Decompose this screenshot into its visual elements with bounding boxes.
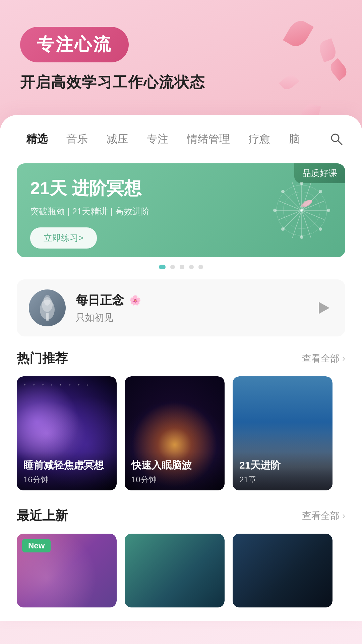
- banner-dot-3[interactable]: [180, 265, 184, 269]
- tab-music[interactable]: 音乐: [57, 128, 97, 150]
- daily-subtitle: 只如初见: [76, 311, 303, 324]
- svg-line-16: [279, 210, 302, 220]
- play-icon: [319, 302, 329, 314]
- play-button[interactable]: [313, 298, 333, 318]
- hero-subtitle: 开启高效学习工作心流状态: [20, 72, 342, 92]
- hot-card-1-name: 睡前减轻焦虑冥想: [23, 459, 110, 472]
- daily-avatar: [29, 289, 66, 326]
- hot-card-2[interactable]: 快速入眠脑波 10分钟: [125, 376, 225, 490]
- svg-point-25: [300, 235, 303, 239]
- svg-line-17: [279, 201, 302, 210]
- banner-cta-button[interactable]: 立即练习>: [30, 227, 97, 249]
- hot-card-3-image: 21天进阶 21章: [233, 376, 333, 490]
- hot-card-1-label: 睡前减轻焦虑冥想 16分钟: [17, 452, 117, 490]
- recent-card-2[interactable]: [125, 534, 225, 607]
- svg-line-18: [292, 182, 302, 210]
- hero-section: 专注心流 开启高效学习工作心流状态: [0, 0, 362, 105]
- banner-decoration: [268, 177, 335, 244]
- svg-point-26: [281, 227, 285, 231]
- svg-point-0: [331, 134, 339, 142]
- hot-card-3-label: 21天进阶 21章: [233, 452, 333, 490]
- hot-cards-scroll: 睡前减轻焦虑冥想 16分钟 快速入眠脑波 10分钟 21天进: [0, 376, 362, 490]
- hot-section-header: 热门推荐 查看全部 ›: [0, 350, 362, 367]
- search-icon: [329, 132, 344, 147]
- tab-emotion[interactable]: 情绪管理: [178, 128, 239, 150]
- recent-card-3[interactable]: [233, 534, 333, 607]
- hot-card-3-duration: 21章: [239, 474, 326, 485]
- svg-line-1: [338, 141, 342, 145]
- hot-card-2-image: 快速入眠脑波 10分钟: [125, 376, 225, 490]
- recent-card-1[interactable]: New: [17, 534, 117, 607]
- nav-tabs: 精选 音乐 减压 专注 情绪管理 疗愈 脑: [0, 115, 362, 150]
- daily-title: 每日正念 🌸: [76, 292, 303, 309]
- tab-stress[interactable]: 减压: [97, 128, 137, 150]
- main-card: 精选 音乐 减压 专注 情绪管理 疗愈 脑 品质好课 21天 进阶冥想 突破瓶颈…: [0, 115, 362, 621]
- tab-brain[interactable]: 脑: [280, 128, 309, 150]
- banner-dot-5[interactable]: [198, 265, 203, 269]
- banner: 品质好课 21天 进阶冥想 突破瓶颈 | 21天精讲 | 高效进阶 立即练习>: [17, 163, 345, 257]
- svg-point-34: [44, 295, 51, 306]
- hot-card-2-duration: 10分钟: [131, 474, 218, 485]
- hot-card-2-name: 快速入眠脑波: [131, 459, 218, 472]
- svg-line-15: [292, 210, 302, 238]
- recent-chevron-icon: ›: [342, 511, 345, 521]
- svg-line-13: [302, 210, 324, 220]
- chevron-right-icon: ›: [342, 353, 345, 364]
- hero-badge: 专注心流: [20, 27, 129, 62]
- svg-point-23: [327, 209, 330, 212]
- svg-point-27: [273, 209, 277, 212]
- hot-card-3[interactable]: 21天进阶 21章: [233, 376, 333, 490]
- recent-section: 最近上新 查看全部 › New: [0, 507, 362, 607]
- banner-dot-4[interactable]: [189, 265, 194, 269]
- hot-card-1-duration: 16分钟: [23, 474, 110, 485]
- hot-card-2-label: 快速入眠脑波 10分钟: [125, 452, 225, 490]
- recent-section-header: 最近上新 查看全部 ›: [0, 507, 362, 524]
- hot-section-title: 热门推荐: [17, 350, 68, 367]
- tab-jingxuan[interactable]: 精选: [17, 128, 57, 150]
- svg-point-28: [281, 190, 285, 193]
- hot-section: 热门推荐 查看全部 › 睡前减轻焦虑冥想 16分钟 快速入: [0, 350, 362, 490]
- banner-dot-2[interactable]: [170, 265, 175, 269]
- hot-view-all-button[interactable]: 查看全部 ›: [302, 352, 345, 365]
- search-button[interactable]: [328, 130, 345, 148]
- recent-card-3-image: [233, 534, 333, 607]
- hot-card-3-name: 21天进阶: [239, 459, 326, 472]
- tab-focus[interactable]: 专注: [137, 128, 178, 150]
- svg-line-14: [302, 210, 311, 238]
- banner-dot-1[interactable]: [159, 265, 166, 269]
- tab-heal[interactable]: 疗愈: [239, 128, 280, 150]
- svg-point-24: [319, 227, 322, 231]
- svg-point-21: [300, 182, 303, 185]
- recent-section-title: 最近上新: [17, 507, 68, 524]
- recent-card-1-image: New: [17, 534, 117, 607]
- petal-icon: 🌸: [129, 295, 141, 306]
- daily-info: 每日正念 🌸 只如初见: [76, 292, 303, 324]
- hot-card-1-image: 睡前减轻焦虑冥想 16分钟: [17, 376, 117, 490]
- recent-card-2-image: [125, 534, 225, 607]
- recent-view-all-button[interactable]: 查看全部 ›: [302, 509, 345, 522]
- daily-card[interactable]: 每日正念 🌸 只如初见: [17, 279, 345, 336]
- banner-dots: [0, 265, 362, 269]
- new-badge: New: [22, 539, 51, 552]
- svg-point-22: [319, 190, 322, 193]
- hot-card-1[interactable]: 睡前减轻焦虑冥想 16分钟: [17, 376, 117, 490]
- recent-cards-scroll: New: [0, 534, 362, 607]
